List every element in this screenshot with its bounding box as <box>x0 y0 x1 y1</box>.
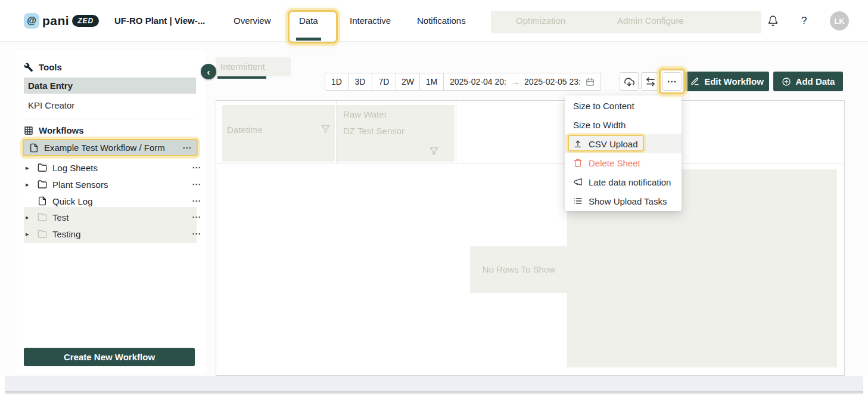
window-shadow <box>5 391 863 395</box>
tab-admin-configure-disabled: Admin Configure <box>617 16 684 26</box>
data-grid: Datetime Raw Water DZ Test Sensor No Row… <box>216 100 845 376</box>
row-menu-icon[interactable]: ⋯ <box>192 179 201 190</box>
filter-funnel-icon[interactable] <box>321 125 330 134</box>
expand-caret-icon[interactable]: ▸ <box>26 181 34 188</box>
list-icon <box>573 196 583 206</box>
workflow-item-label: Log Sheets <box>52 163 192 173</box>
menu-item-label: Size to Width <box>573 120 626 130</box>
brand-logo[interactable]: @ pani ZED <box>24 11 99 30</box>
menu-item-size-to-content[interactable]: Size to Content <box>565 96 682 115</box>
row-menu-icon: ⋯ <box>192 212 201 222</box>
menu-item-label: CSV Upload <box>589 139 638 149</box>
edit-workflow-button[interactable]: Edit Workflow <box>685 72 769 91</box>
sidebar-item-data-entry[interactable]: Data Entry <box>24 78 196 94</box>
expand-caret-icon: ▸ <box>26 214 34 221</box>
folder-icon <box>38 180 47 189</box>
workflow-item-example-test[interactable]: Example Test Workflow / Form ⋯ <box>23 139 198 156</box>
more-options-button[interactable]: ⋯ <box>662 72 682 91</box>
tab-interactive[interactable]: Interactive <box>350 16 391 26</box>
sheet-tab-intermittent[interactable]: Intermittent <box>220 61 265 72</box>
help-icon[interactable]: ? <box>801 15 807 27</box>
expand-caret-icon[interactable]: ▸ <box>26 164 34 172</box>
tab-notifications[interactable]: Notifications <box>417 16 466 26</box>
range-2w-button[interactable]: 2W <box>396 73 420 91</box>
pencil-icon <box>690 77 699 86</box>
wrench-icon <box>24 63 33 72</box>
top-header: @ pani ZED UF-RO Plant | View-... Overvi… <box>0 0 868 42</box>
upload-icon <box>573 139 583 149</box>
date-arrow: → <box>511 77 519 86</box>
trash-icon <box>573 158 583 168</box>
megaphone-icon <box>573 177 583 187</box>
menu-item-show-upload-tasks[interactable]: Show Upload Tasks <box>565 191 682 211</box>
workflow-item-plant-sensors[interactable]: ▸ Plant Sensors ⋯ <box>23 177 206 192</box>
menu-item-delete-sheet[interactable]: Delete Sheet <box>565 153 682 172</box>
sidebar-item-kpi-creator[interactable]: KPI Creator <box>28 100 74 110</box>
menu-item-size-to-width[interactable]: Size to Width <box>565 115 682 134</box>
workflow-item-testing-disabled: ▸ Testing ⋯ <box>23 226 206 242</box>
menu-item-label: Size to Content <box>573 101 634 111</box>
row-menu-icon[interactable]: ⋯ <box>182 143 192 153</box>
workflow-item-label: Quick Log <box>52 196 192 206</box>
row-menu-icon[interactable]: ⋯ <box>192 196 201 206</box>
document-icon <box>38 196 47 206</box>
add-data-button[interactable]: Add Data <box>773 72 843 91</box>
tools-section-header: Tools <box>24 62 62 72</box>
date-range-group: 1D 3D 7D 2W 1M 2025-02-04 20: → 2025-02-… <box>325 73 601 91</box>
workflows-section-title: Workflows <box>39 125 84 135</box>
menu-item-label: Show Upload Tasks <box>589 196 667 206</box>
date-end-value[interactable]: 2025-02-05 23: <box>524 77 581 86</box>
range-3d-button[interactable]: 3D <box>349 73 372 91</box>
menu-item-late-data-notification[interactable]: Late data notification <box>565 172 682 191</box>
folder-icon <box>38 229 47 239</box>
column-separator <box>336 101 337 163</box>
tab-data[interactable]: Data <box>299 16 318 26</box>
menu-item-csv-upload[interactable]: CSV Upload <box>565 134 682 153</box>
workflow-item-log-sheets[interactable]: ▸ Log Sheets ⋯ <box>23 160 206 175</box>
row-menu-icon: ⋯ <box>192 228 201 239</box>
brand-name: pani <box>42 14 69 28</box>
calendar-icon[interactable] <box>586 78 595 86</box>
date-start-value[interactable]: 2025-02-04 20: <box>450 77 506 86</box>
range-1m-button[interactable]: 1M <box>420 73 444 91</box>
sidebar-collapse-button[interactable]: ‹ <box>201 64 216 79</box>
app-window: @ pani ZED UF-RO Plant | View-... Overvi… <box>0 0 868 405</box>
sidebar: Tools Data Entry KPI Creator Workflows E… <box>17 50 205 375</box>
zed-badge: ZED <box>72 15 99 27</box>
create-new-workflow-button[interactable]: Create New Workflow <box>24 348 195 366</box>
add-data-label: Add Data <box>796 76 835 86</box>
expand-caret-icon: ▸ <box>26 230 34 238</box>
tools-section-title: Tools <box>39 62 62 72</box>
swap-arrows-icon <box>645 76 656 87</box>
bell-icon[interactable] <box>767 15 779 27</box>
header-bottom-border <box>216 163 844 163</box>
disabled-nav-dash: – <box>678 16 683 26</box>
menu-item-label: Late data notification <box>589 177 671 187</box>
row-menu-icon[interactable]: ⋯ <box>192 162 201 173</box>
avatar[interactable]: LK <box>830 11 849 30</box>
range-1d-button[interactable]: 1D <box>325 73 349 91</box>
edit-workflow-label: Edit Workflow <box>704 76 764 86</box>
download-cloud-button[interactable] <box>620 72 639 91</box>
plant-title[interactable]: UF-RO Plant | View-... <box>114 16 205 26</box>
column-separator <box>456 101 456 163</box>
folder-icon <box>38 212 47 222</box>
date-range-picker[interactable]: 2025-02-04 20: → 2025-02-05 23: <box>444 73 601 91</box>
tab-overview[interactable]: Overview <box>234 16 271 26</box>
column-header-raw-water: Raw Water <box>343 109 387 119</box>
cloud-download-icon <box>624 76 634 87</box>
range-7d-button[interactable]: 7D <box>372 73 396 91</box>
table-grid-icon <box>24 126 33 135</box>
workflow-item-label: Plant Sensors <box>52 180 192 190</box>
column-header-dz-test-sensor: DZ Test Sensor <box>343 126 405 136</box>
workflow-item-label: Testing <box>52 229 192 239</box>
menu-item-label: Delete Sheet <box>589 158 640 168</box>
more-options-menu: Size to Content Size to Width CSV Upload… <box>565 95 682 211</box>
filter-funnel-icon[interactable] <box>430 147 438 156</box>
active-tab-indicator <box>296 38 321 41</box>
swap-columns-button[interactable] <box>641 72 660 91</box>
no-rows-message: No Rows To Show <box>470 264 568 274</box>
workflow-item-label: Test <box>52 212 192 222</box>
plus-circle-icon <box>782 77 791 86</box>
column-header-datetime: Datetime <box>227 125 263 135</box>
